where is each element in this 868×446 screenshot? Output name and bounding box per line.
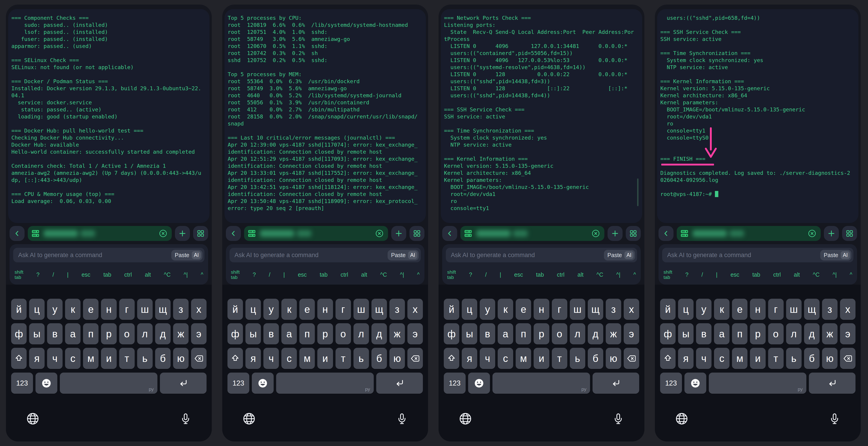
back-button[interactable] [9, 226, 25, 241]
keyboard-key[interactable]: д [155, 323, 170, 344]
keyboard-key[interactable]: щ [588, 299, 603, 320]
keyboard-key[interactable]: д [371, 323, 387, 344]
keyboard-key[interactable]: ю [822, 348, 838, 369]
keyboard-key[interactable]: п [83, 323, 98, 344]
keyboard-key[interactable]: ш [353, 299, 369, 320]
keyboard-key[interactable]: б [155, 348, 170, 369]
shortcut-key[interactable]: ? [469, 272, 472, 278]
keyboard-key[interactable]: к [498, 299, 513, 320]
keyboard-key[interactable]: з [822, 299, 838, 320]
shortcut-key[interactable]: tab [103, 272, 111, 278]
keyboard-key[interactable]: ь [353, 348, 369, 369]
shortcut-key[interactable]: ^S [201, 272, 203, 278]
keyboard-key[interactable]: ь [137, 348, 153, 369]
keyboard-key[interactable]: т [768, 348, 784, 369]
keyboard-key[interactable]: с [714, 348, 730, 369]
keyboard-key[interactable]: э [840, 323, 856, 344]
keyboard-key[interactable]: ч [47, 348, 63, 369]
backspace-key[interactable] [191, 348, 207, 369]
keyboard-key[interactable]: г [768, 299, 784, 320]
keyboard-key[interactable]: ч [264, 348, 279, 369]
keyboard-key[interactable]: т [119, 348, 135, 369]
terminal-screen[interactable]: users:(("sshd",pid=658,fd=4)) === SSH Se… [657, 9, 859, 223]
shortcut-key[interactable]: shift tab [447, 269, 456, 280]
emoji-key[interactable] [35, 373, 57, 394]
keyboard-key[interactable]: ж [822, 323, 838, 344]
keyboard-key[interactable]: з [606, 299, 621, 320]
emoji-key[interactable] [252, 373, 274, 394]
keyboard-key[interactable]: е [83, 299, 98, 320]
keyboard-key[interactable]: и [317, 348, 333, 369]
keyboard-key[interactable]: з [173, 299, 189, 320]
keyboard-key[interactable]: э [624, 323, 639, 344]
shortcut-key[interactable]: esc [298, 272, 307, 278]
shortcut-key[interactable]: alt [794, 272, 800, 278]
terminal-scrollbar[interactable] [637, 179, 639, 206]
terminal-screen[interactable]: Top 5 processes by CPU: root 120819 6.6%… [224, 9, 426, 223]
keyboard-switch-globe-icon[interactable] [242, 412, 256, 426]
keyboard-key[interactable]: х [624, 299, 639, 320]
keyboard-key[interactable]: м [516, 348, 531, 369]
keyboard-key[interactable]: я [678, 348, 693, 369]
shortcut-key[interactable]: ? [36, 272, 39, 278]
sessions-grid-button[interactable] [193, 226, 208, 241]
keyboard-key[interactable]: д [588, 323, 603, 344]
keyboard-switch-globe-icon[interactable] [675, 412, 689, 426]
keyboard-key[interactable]: в [696, 323, 712, 344]
keyboard-key[interactable]: м [83, 348, 98, 369]
new-session-button[interactable] [608, 226, 623, 241]
shortcut-key[interactable]: ? [685, 272, 688, 278]
shortcut-key[interactable]: / [53, 272, 54, 278]
shortcut-key[interactable]: esc [514, 272, 523, 278]
keyboard-key[interactable]: б [588, 348, 603, 369]
keyboard-key[interactable]: ь [786, 348, 802, 369]
shortcut-key[interactable]: / [485, 272, 487, 278]
server-tab[interactable] [28, 226, 172, 241]
back-button[interactable] [226, 226, 241, 241]
numbers-key[interactable]: 123 [660, 373, 682, 394]
space-key[interactable]: ру [709, 373, 806, 394]
shortcut-key[interactable]: tab [319, 272, 328, 278]
back-button[interactable] [658, 226, 674, 241]
shortcut-key[interactable]: ^C [380, 272, 387, 278]
keyboard-key[interactable]: с [498, 348, 513, 369]
keyboard-key[interactable]: т [336, 348, 351, 369]
keyboard-key[interactable]: е [732, 299, 747, 320]
back-button[interactable] [442, 226, 457, 241]
numbers-key[interactable]: 123 [227, 373, 249, 394]
keyboard-key[interactable]: о [336, 323, 351, 344]
ai-command-input[interactable]: Paste AI [662, 248, 854, 262]
paste-button[interactable]: Paste AI [820, 250, 851, 260]
shortcut-key[interactable]: ctrl [557, 272, 564, 278]
close-session-button[interactable] [591, 229, 600, 238]
shortcut-key[interactable]: / [269, 272, 271, 278]
keyboard-key[interactable]: ф [11, 323, 27, 344]
shortcut-key[interactable]: ? [253, 272, 256, 278]
keyboard-key[interactable]: й [660, 299, 676, 320]
keyboard-key[interactable]: ч [696, 348, 712, 369]
keyboard-key[interactable]: ш [570, 299, 585, 320]
keyboard-key[interactable]: с [281, 348, 297, 369]
backspace-key[interactable] [840, 348, 856, 369]
keyboard-key[interactable]: ы [462, 323, 477, 344]
keyboard-key[interactable]: ф [444, 323, 459, 344]
dictation-mic-icon[interactable] [179, 412, 192, 425]
dictation-mic-icon[interactable] [828, 412, 841, 425]
shortcut-key[interactable]: esc [82, 272, 90, 278]
keyboard-key[interactable]: ц [678, 299, 693, 320]
backspace-key[interactable] [407, 348, 423, 369]
backspace-key[interactable] [624, 348, 639, 369]
keyboard-key[interactable]: л [786, 323, 802, 344]
space-key[interactable]: ру [492, 373, 590, 394]
shortcut-key[interactable]: tab [752, 272, 760, 278]
keyboard-key[interactable]: я [462, 348, 477, 369]
keyboard-key[interactable]: х [407, 299, 423, 320]
keyboard-key[interactable]: ц [29, 299, 44, 320]
keyboard-key[interactable]: ь [570, 348, 585, 369]
keyboard-key[interactable]: п [732, 323, 747, 344]
keyboard-key[interactable]: ф [227, 323, 243, 344]
shortcut-key[interactable]: ^S [850, 272, 852, 278]
space-key[interactable]: ру [276, 373, 374, 394]
keyboard-key[interactable]: у [47, 299, 63, 320]
keyboard-key[interactable]: в [480, 323, 495, 344]
